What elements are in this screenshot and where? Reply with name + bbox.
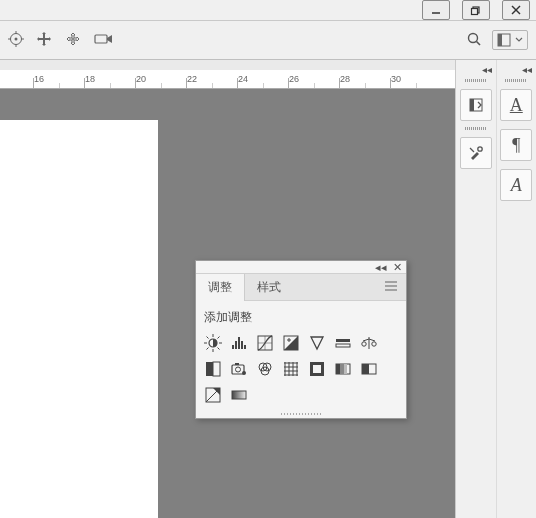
panel-close-icon[interactable]: ✕ [393,262,402,273]
ruler-label: 22 [187,74,197,84]
svg-point-50 [242,371,246,375]
history-panel-icon[interactable] [460,89,492,121]
svg-rect-48 [235,363,239,365]
window-title-bar [0,0,536,21]
svg-rect-67 [344,364,347,374]
ruler-label: 24 [238,74,248,84]
svg-point-44 [372,342,376,346]
brightness-contrast-icon[interactable] [204,334,222,352]
adjustments-panel: ◂◂ ✕ 调整 样式 添加调整 [195,260,407,419]
move-arrows-icon[interactable] [36,31,52,49]
svg-rect-45 [206,362,213,376]
svg-rect-65 [336,364,340,374]
tab-styles[interactable]: 样式 [245,274,293,301]
dock-drag-handle[interactable] [456,125,496,131]
svg-rect-30 [235,341,237,349]
vibrance-icon[interactable] [308,334,326,352]
curves-icon[interactable] [256,334,274,352]
svg-rect-2 [472,9,478,15]
ruler-label: 16 [34,74,44,84]
target-icon[interactable] [8,31,24,49]
invert-icon[interactable] [308,360,326,378]
svg-line-28 [218,337,220,339]
document-canvas[interactable] [0,120,158,518]
svg-line-25 [207,337,209,339]
svg-line-14 [477,42,481,46]
svg-rect-73 [470,99,474,111]
black-white-icon[interactable] [204,360,222,378]
svg-rect-32 [241,341,243,349]
panel-menu-icon[interactable] [376,281,406,293]
panel-collapse-icon[interactable]: ◂◂ [375,262,387,273]
right-dock: ◂◂ ◂◂ A ¶ A [455,60,536,518]
svg-rect-33 [244,345,246,349]
search-icon[interactable] [466,31,482,49]
color-lookup-icon[interactable] [282,360,300,378]
options-bar [0,21,536,60]
svg-rect-71 [232,391,246,399]
dock-drag-handle[interactable] [497,77,537,83]
svg-line-26 [218,348,220,350]
ruler-label: 26 [289,74,299,84]
workspace-dropdown[interactable] [492,30,528,50]
levels-icon[interactable] [230,334,248,352]
horizontal-ruler[interactable]: 16 18 20 22 24 26 28 30 [0,70,455,89]
photo-filter-icon[interactable] [230,360,248,378]
gradient-map-icon[interactable] [230,386,248,404]
svg-point-43 [362,342,366,346]
dock-drag-handle[interactable] [456,77,496,83]
paragraph-panel-icon[interactable]: ¶ [500,129,532,161]
svg-rect-66 [340,364,344,374]
close-button[interactable] [502,0,530,20]
ruler-label: 30 [391,74,401,84]
svg-rect-41 [336,344,350,347]
panel-header: 添加调整 [204,309,398,326]
canvas-area[interactable]: 16 18 20 22 24 26 28 30 ◂◂ ✕ [0,60,455,518]
svg-line-75 [470,148,474,152]
ruler-label: 20 [136,74,146,84]
main-area: 16 18 20 22 24 26 28 30 ◂◂ ✕ [0,60,536,518]
svg-rect-69 [362,364,369,374]
svg-rect-16 [498,34,502,46]
svg-line-27 [207,348,209,350]
dock-collapse-icon[interactable]: ◂◂ [478,64,496,77]
posterize-icon[interactable] [334,360,352,378]
panel-resize-handle[interactable] [196,410,406,418]
color-balance-icon[interactable] [360,334,378,352]
svg-rect-40 [336,339,350,342]
hue-saturation-icon[interactable] [334,334,352,352]
tools-panel-icon[interactable] [460,137,492,169]
threshold-icon[interactable] [360,360,378,378]
svg-point-11 [72,38,74,40]
character-panel-icon[interactable]: A [500,89,532,121]
svg-point-6 [15,38,18,41]
svg-rect-63 [313,365,321,373]
svg-rect-46 [213,362,220,376]
ruler-label: 18 [85,74,95,84]
svg-point-49 [236,367,241,372]
chevron-down-icon [515,36,523,44]
svg-rect-12 [95,35,107,43]
distribute-icon[interactable] [64,31,82,49]
minimize-button[interactable] [422,0,450,20]
tab-adjustments[interactable]: 调整 [196,274,245,301]
exposure-icon[interactable] [282,334,300,352]
restore-button[interactable] [462,0,490,20]
dock-collapse-icon[interactable]: ◂◂ [518,64,536,77]
ruler-label: 28 [340,74,350,84]
glyphs-panel-icon[interactable]: A [500,169,532,201]
svg-point-13 [469,34,478,43]
adjustments-grid [204,334,398,404]
camera-icon[interactable] [94,32,114,48]
selective-color-icon[interactable] [204,386,222,404]
svg-rect-29 [232,345,234,349]
svg-rect-31 [238,337,240,349]
channel-mixer-icon[interactable] [256,360,274,378]
svg-point-74 [478,147,482,151]
